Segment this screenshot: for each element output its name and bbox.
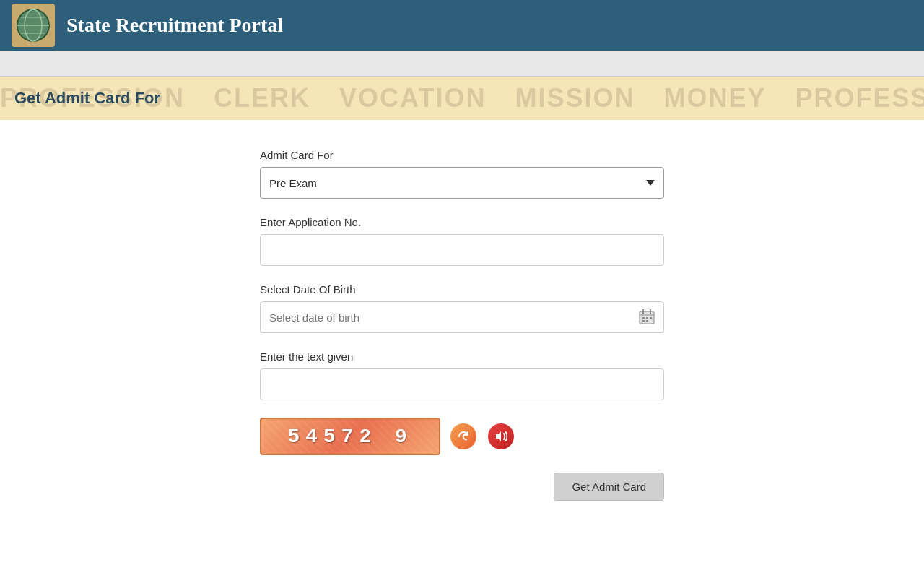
audio-icon — [488, 423, 514, 449]
svg-rect-11 — [650, 317, 652, 319]
application-no-input[interactable] — [260, 234, 664, 266]
audio-captcha-button[interactable] — [487, 422, 515, 451]
admit-card-label: Admit Card For — [260, 149, 664, 161]
dob-input-wrapper — [260, 301, 664, 333]
header-title: State Recruitment Portal — [66, 14, 283, 37]
submit-row: Get Admit Card — [260, 473, 664, 501]
svg-rect-12 — [642, 320, 645, 322]
form-container: Admit Card For Pre Exam Main Exam Enter … — [260, 149, 664, 501]
svg-rect-9 — [642, 317, 645, 319]
admit-card-group: Admit Card For Pre Exam Main Exam — [260, 149, 664, 199]
header: State Recruitment Portal — [0, 0, 924, 51]
svg-rect-10 — [646, 317, 648, 319]
banner: PROFESSION CLERK VOCATION MISSION MONEY … — [0, 77, 924, 120]
captcha-label: Enter the text given — [260, 350, 664, 363]
dob-label: Select Date Of Birth — [260, 283, 664, 296]
application-no-label: Enter Application No. — [260, 216, 664, 228]
captcha-text-group: Enter the text given — [260, 350, 664, 400]
captcha-row: 54572 9 — [260, 418, 664, 455]
admit-card-select[interactable]: Pre Exam Main Exam — [260, 167, 664, 199]
dob-group: Select Date Of Birth — [260, 283, 664, 333]
nav-bar — [0, 51, 924, 77]
captcha-text: 54572 9 — [287, 426, 413, 448]
calendar-icon[interactable] — [637, 307, 657, 327]
main-content: Admit Card For Pre Exam Main Exam Enter … — [0, 120, 924, 530]
svg-rect-13 — [646, 320, 648, 322]
dob-input[interactable] — [260, 301, 664, 333]
refresh-icon — [450, 423, 476, 449]
captcha-image: 54572 9 — [260, 418, 440, 455]
application-no-group: Enter Application No. — [260, 216, 664, 266]
get-admit-card-button[interactable]: Get Admit Card — [554, 473, 664, 501]
refresh-captcha-button[interactable] — [449, 422, 478, 451]
banner-title: Get Admit Card For — [14, 89, 160, 108]
header-logo — [12, 4, 55, 47]
captcha-input[interactable] — [260, 368, 664, 400]
